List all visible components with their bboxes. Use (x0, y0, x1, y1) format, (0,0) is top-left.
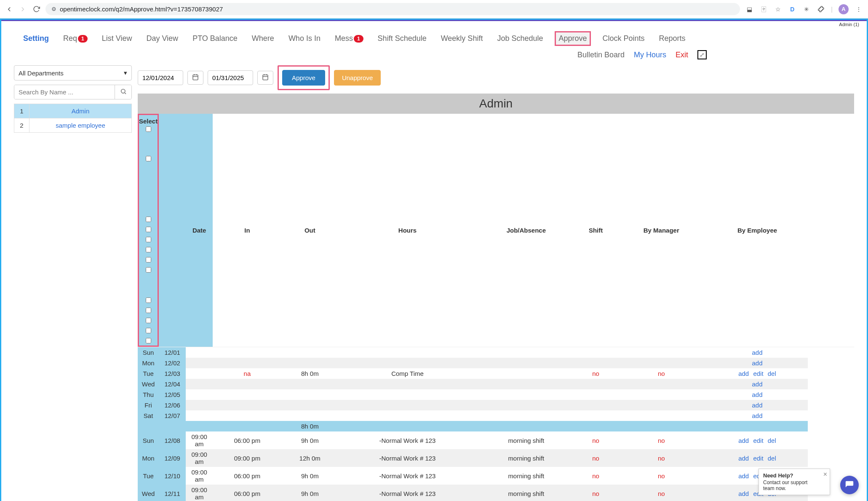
row-checkbox[interactable] (146, 156, 151, 161)
nav-where[interactable]: Where (249, 32, 277, 45)
search-input[interactable] (14, 85, 115, 99)
help-widget[interactable]: × Need Help? Contact our support team no… (758, 469, 830, 495)
cell-shift (477, 368, 576, 379)
cell-shift (477, 347, 576, 358)
action-add[interactable]: add (750, 380, 764, 388)
date-to-input[interactable] (208, 70, 253, 85)
department-select[interactable]: All Departments ▾ (14, 65, 132, 80)
chat-bubble-icon[interactable] (840, 476, 859, 494)
date-to-calendar[interactable] (257, 71, 273, 85)
nav-mess[interactable]: Mess1 (332, 32, 366, 45)
cell-in (186, 347, 213, 358)
cell-out: na (213, 368, 281, 379)
nav-approve[interactable]: Approve (555, 31, 590, 46)
date-from-calendar[interactable] (187, 71, 203, 85)
cell-by-manager (576, 400, 616, 410)
action-add[interactable]: add (737, 490, 750, 497)
back-icon[interactable] (5, 5, 13, 13)
cell-by-employee (616, 400, 707, 410)
action-edit[interactable]: edit (752, 370, 764, 377)
cell-in (186, 400, 213, 410)
action-add[interactable]: add (750, 391, 764, 398)
nav-exit[interactable]: Exit (676, 51, 688, 59)
row-checkbox[interactable] (146, 308, 151, 313)
action-edit[interactable]: edit (752, 437, 764, 444)
secondary-nav: Bulletin Board My Hours Exit ⤢ (1, 48, 867, 65)
ext-d-icon[interactable]: D (788, 5, 796, 13)
nav-clock-points[interactable]: Clock Points (600, 32, 647, 45)
cell-by-employee: no (616, 485, 707, 501)
search-button[interactable] (115, 85, 131, 99)
cell-job (338, 379, 477, 389)
row-checkbox[interactable] (146, 328, 151, 333)
row-checkbox[interactable] (146, 247, 151, 252)
row-checkbox[interactable] (146, 257, 151, 263)
bookmark-icon[interactable]: ☆ (774, 5, 782, 13)
nav-req[interactable]: Req1 (61, 32, 90, 45)
action-add[interactable]: add (737, 455, 750, 462)
cell-out: 06:00 pm (213, 431, 281, 449)
nav-setting[interactable]: Setting (21, 32, 51, 45)
translate-icon[interactable]: 🀄︎ (759, 5, 768, 13)
employee-row[interactable]: 2 sample employee (14, 118, 132, 133)
reload-icon[interactable] (32, 5, 40, 13)
nav-my-hours[interactable]: My Hours (634, 51, 666, 59)
date-from-input[interactable] (138, 70, 183, 85)
subtotal-hours: 8h 0m (282, 421, 338, 431)
nav-list-view[interactable]: List View (99, 32, 135, 45)
fullscreen-icon[interactable]: ⤢ (697, 50, 707, 59)
action-edit[interactable]: edit (752, 455, 764, 462)
subtotal-row: 8h 0m (138, 421, 854, 431)
cell-date: 12/02 (159, 358, 186, 368)
employee-name[interactable]: Admin (72, 107, 90, 115)
employee-row[interactable]: 1 Admin (14, 104, 132, 118)
nav-shift-schedule[interactable]: Shift Schedule (375, 32, 429, 45)
nav-job-schedule[interactable]: Job Schedule (494, 32, 545, 45)
row-checkbox[interactable] (146, 338, 151, 343)
row-checkbox[interactable] (146, 267, 151, 273)
unapprove-button[interactable]: Unapprove (334, 70, 381, 86)
row-checkbox[interactable] (146, 318, 151, 323)
col-in: In (213, 114, 281, 347)
approve-button[interactable]: Approve (282, 70, 325, 86)
action-del[interactable]: del (767, 437, 777, 444)
ext-burst-icon[interactable]: ✳︎ (802, 5, 811, 13)
help-close-icon[interactable]: × (823, 471, 827, 478)
action-add[interactable]: add (737, 437, 750, 444)
action-add[interactable]: add (750, 412, 764, 419)
employee-name[interactable]: sample employee (56, 122, 105, 129)
menu-icon[interactable]: ⋮ (855, 5, 863, 13)
cell-actions: add (707, 410, 808, 421)
action-add[interactable]: add (737, 472, 750, 480)
row-checkbox[interactable] (146, 217, 151, 222)
cell-shift (477, 400, 576, 410)
action-add[interactable]: add (750, 359, 764, 367)
action-add[interactable]: add (737, 370, 750, 377)
help-title: Need Help? (763, 472, 819, 479)
action-add[interactable]: add (750, 349, 764, 356)
cell-by-manager (576, 379, 616, 389)
cell-by-manager (576, 389, 616, 400)
install-icon[interactable]: ⬓ (745, 5, 753, 13)
action-add[interactable]: add (750, 402, 764, 409)
cell-shift: morning shift (477, 431, 576, 449)
svg-rect-1 (193, 75, 198, 80)
cell-out (213, 410, 281, 421)
row-checkbox[interactable] (146, 297, 151, 303)
profile-avatar[interactable]: A (839, 4, 849, 14)
row-checkbox[interactable] (146, 227, 151, 232)
action-del[interactable]: del (767, 370, 777, 377)
cell-hours (282, 400, 338, 410)
nav-who-is-in[interactable]: Who Is In (286, 32, 323, 45)
select-all-checkbox[interactable] (146, 126, 151, 132)
nav-bulletin[interactable]: Bulletin Board (577, 51, 625, 59)
site-info-icon[interactable]: ⚙ (51, 6, 56, 12)
extensions-icon[interactable] (817, 5, 825, 13)
url-bar[interactable]: ⚙ opentimeclock.com/q2/mApprove.html?v=1… (45, 3, 740, 15)
nav-day-view[interactable]: Day View (144, 32, 181, 45)
nav-weekly-shift[interactable]: Weekly Shift (438, 32, 486, 45)
nav-pto-balance[interactable]: PTO Balance (190, 32, 240, 45)
row-checkbox[interactable] (146, 237, 151, 242)
action-del[interactable]: del (767, 455, 777, 462)
nav-reports[interactable]: Reports (657, 32, 688, 45)
